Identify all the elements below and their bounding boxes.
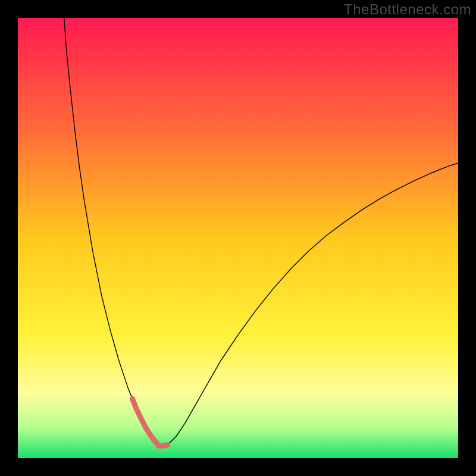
watermark-text: TheBottleneck.com (344, 1, 471, 18)
gradient-background (18, 18, 458, 458)
chart-container: TheBottleneck.com (0, 0, 476, 476)
plot-area (18, 18, 458, 458)
chart-svg (18, 18, 458, 458)
